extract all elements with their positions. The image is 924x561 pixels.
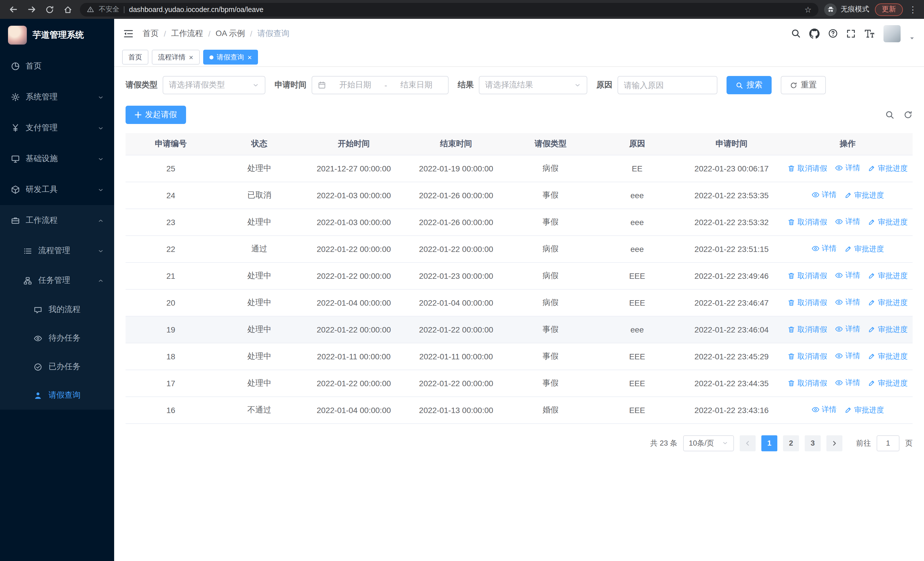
approval-progress-link[interactable]: 审批进度 — [844, 244, 884, 254]
approval-progress-link[interactable]: 审批进度 — [868, 163, 908, 173]
address-bar[interactable]: 不安全 dashboard.yudao.iocoder.cn/bpm/oa/le… — [80, 3, 818, 16]
sidebar-item-system[interactable]: 系统管理 — [0, 82, 114, 113]
security-label[interactable]: 不安全 — [99, 5, 119, 14]
reason-input[interactable] — [618, 76, 717, 94]
search-button[interactable]: 搜索 — [726, 76, 772, 94]
sidebar-item-task-management[interactable]: 任务管理 — [0, 266, 114, 295]
cancel-leave-link[interactable]: 取消请假 — [788, 217, 827, 227]
approval-progress-link[interactable]: 审批进度 — [844, 405, 884, 415]
app-logo[interactable]: 芋道管理系统 — [0, 19, 114, 51]
leave-type-select[interactable]: 请选择请假类型 — [163, 76, 266, 94]
trash-icon — [788, 299, 795, 306]
warning-icon — [87, 6, 94, 13]
cancel-leave-link[interactable]: 取消请假 — [788, 163, 827, 173]
bookmark-star-icon[interactable]: ☆ — [804, 5, 812, 14]
detail-link[interactable]: 详情 — [835, 270, 860, 281]
detail-link[interactable]: 详情 — [811, 244, 836, 254]
next-page-button[interactable] — [826, 435, 842, 451]
cancel-leave-link[interactable]: 取消请假 — [788, 351, 827, 361]
result-select[interactable]: 请选择流结果 — [479, 76, 587, 94]
detail-link[interactable]: 详情 — [835, 324, 860, 334]
start-time-cell: 2022-01-11 00:00:00 — [303, 343, 405, 370]
browser-menu-icon[interactable]: ⋮ — [909, 4, 917, 15]
approval-progress-link[interactable]: 审批进度 — [868, 324, 908, 334]
approval-progress-link[interactable]: 审批进度 — [868, 297, 908, 308]
sidebar-item-home[interactable]: 首页 — [0, 51, 114, 82]
prev-page-button[interactable] — [740, 435, 756, 451]
create-leave-button[interactable]: 发起请假 — [126, 106, 186, 124]
detail-link[interactable]: 详情 — [811, 190, 836, 200]
sidebar-item-todo-tasks[interactable]: 待办任务 — [0, 324, 114, 352]
breadcrumb-item[interactable]: 首页 — [142, 28, 159, 39]
user-menu-caret-icon[interactable] — [909, 35, 915, 41]
collapse-menu-icon[interactable] — [123, 29, 134, 38]
approval-progress-link[interactable]: 审批进度 — [868, 271, 908, 281]
end-date-placeholder[interactable]: 结束日期 — [391, 80, 442, 90]
detail-link[interactable]: 详情 — [835, 351, 860, 361]
cancel-leave-link[interactable]: 取消请假 — [788, 297, 827, 308]
detail-link[interactable]: 详情 — [811, 405, 836, 415]
tab-leave-query[interactable]: 请假查询× — [203, 50, 258, 65]
apply-time-range-picker[interactable]: 开始日期 - 结束日期 — [312, 76, 448, 94]
tab-process-detail[interactable]: 流程详情× — [152, 50, 200, 65]
reset-button[interactable]: 重置 — [781, 76, 826, 94]
breadcrumb-item[interactable]: OA 示例 — [216, 28, 245, 39]
incognito-icon — [824, 3, 837, 16]
cancel-leave-link[interactable]: 取消请假 — [788, 378, 827, 388]
eye-icon — [811, 406, 819, 414]
fullscreen-icon[interactable] — [846, 29, 855, 38]
sidebar-item-infrastructure[interactable]: 基础设施 — [0, 143, 114, 174]
close-icon[interactable]: × — [189, 53, 193, 61]
table-refresh-icon[interactable] — [903, 110, 913, 119]
font-size-icon[interactable] — [864, 29, 875, 38]
tab-home[interactable]: 首页 — [122, 50, 148, 65]
table-row: 20处理中2022-01-04 00:00:002022-01-04 00:00… — [126, 289, 913, 316]
forward-icon[interactable] — [25, 3, 38, 16]
back-icon[interactable] — [7, 3, 20, 16]
approval-progress-link[interactable]: 审批进度 — [868, 217, 908, 227]
detail-link[interactable]: 详情 — [835, 297, 860, 307]
table-search-icon[interactable] — [885, 110, 894, 119]
page-size-select[interactable]: 10条/页 — [683, 435, 734, 451]
breadcrumb-current: 请假查询 — [257, 28, 290, 39]
trash-icon — [788, 272, 795, 279]
leave-type-cell: 事假 — [507, 209, 594, 235]
update-button[interactable]: 更新 — [875, 3, 903, 16]
sidebar-item-payment[interactable]: 支付管理 — [0, 113, 114, 143]
start-date-placeholder[interactable]: 开始日期 — [329, 80, 381, 90]
end-time-cell: 2022-01-04 00:00:00 — [405, 289, 507, 316]
page-button[interactable]: 2 — [783, 435, 799, 451]
sidebar-item-my-processes[interactable]: 我的流程 — [0, 295, 114, 324]
sidebar-item-done-tasks[interactable]: 已办任务 — [0, 352, 114, 381]
search-icon[interactable] — [791, 29, 801, 38]
page-button[interactable]: 3 — [805, 435, 821, 451]
detail-link[interactable]: 详情 — [835, 217, 860, 227]
cancel-leave-link[interactable]: 取消请假 — [788, 271, 827, 281]
reload-icon[interactable] — [44, 3, 56, 16]
url-text[interactable]: dashboard.yudao.iocoder.cn/bpm/oa/leave — [129, 5, 800, 14]
github-icon[interactable] — [809, 28, 819, 39]
sidebar-item-devtools[interactable]: 研发工具 — [0, 174, 114, 205]
detail-link[interactable]: 详情 — [835, 378, 860, 388]
close-icon[interactable]: × — [248, 53, 252, 61]
breadcrumb-item[interactable]: 工作流程 — [171, 28, 203, 39]
cancel-leave-link[interactable]: 取消请假 — [788, 324, 827, 334]
app-title: 芋道管理系统 — [33, 29, 84, 40]
sidebar-item-workflow[interactable]: 工作流程 — [0, 205, 114, 236]
leave-type-cell: 事假 — [507, 343, 594, 370]
detail-link[interactable]: 详情 — [835, 163, 860, 173]
approval-progress-link[interactable]: 审批进度 — [868, 351, 908, 361]
goto-page-input[interactable] — [877, 435, 900, 451]
help-icon[interactable] — [828, 29, 838, 38]
chevron-down-icon — [722, 440, 728, 446]
home-icon[interactable] — [62, 3, 74, 16]
table-row: 24已取消2022-01-03 00:00:002022-01-26 00:00… — [126, 182, 913, 209]
yen-icon — [10, 123, 20, 133]
sidebar-item-leave-query[interactable]: 请假查询 — [0, 381, 114, 410]
start-time-cell: 2022-01-03 00:00:00 — [303, 182, 405, 209]
user-avatar[interactable] — [884, 25, 901, 42]
approval-progress-link[interactable]: 审批进度 — [844, 190, 884, 200]
page-button[interactable]: 1 — [761, 435, 777, 451]
sidebar-item-process-management[interactable]: 流程管理 — [0, 236, 114, 266]
approval-progress-link[interactable]: 审批进度 — [868, 378, 908, 388]
